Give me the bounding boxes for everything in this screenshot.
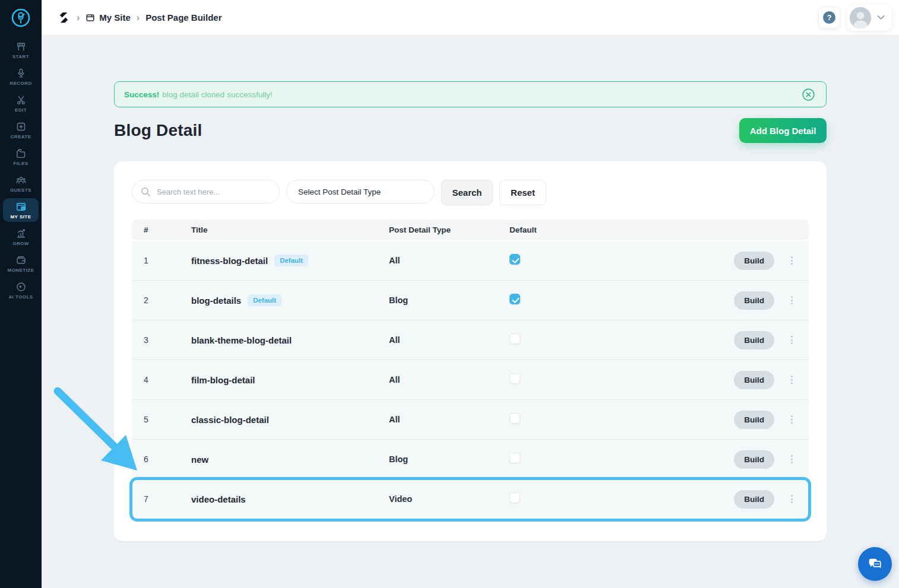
search-box: [132, 180, 280, 204]
default-checkbox[interactable]: [509, 254, 520, 265]
row-post-detail-type: Blog: [389, 454, 509, 464]
blog-detail-table: # Title Post Detail Type Default 1 fitne…: [132, 220, 809, 519]
build-button[interactable]: Build: [734, 411, 774, 429]
kebab-menu-icon[interactable]: [789, 255, 794, 266]
page-title: Blog Detail: [114, 121, 202, 140]
default-badge: Default: [274, 255, 308, 266]
kebab-menu-icon[interactable]: [789, 493, 794, 505]
user-avatar: [850, 7, 871, 28]
build-button[interactable]: Build: [734, 252, 774, 270]
sidebar-item-my-site[interactable]: MY SITE: [3, 198, 39, 222]
kebab-menu-icon[interactable]: [789, 414, 794, 425]
row-title-text: new: [191, 454, 208, 465]
default-checkbox[interactable]: [509, 492, 520, 503]
add-blog-detail-button[interactable]: Add Blog Detail: [739, 118, 827, 143]
search-button[interactable]: Search: [441, 180, 493, 205]
main-content: Success! blog detail cloned successfully…: [42, 36, 899, 588]
sidebar-item-label: MY SITE: [10, 214, 31, 220]
alert-message: blog detail cloned successfully!: [162, 90, 272, 99]
help-button[interactable]: ?: [818, 7, 840, 28]
default-checkbox[interactable]: [509, 453, 520, 463]
help-question-icon: ?: [823, 11, 835, 24]
success-alert: Success! blog detail cloned successfully…: [114, 81, 827, 107]
ai-sparkle-icon: [15, 281, 27, 293]
row-post-detail-type: All: [389, 375, 509, 384]
sidebar-item-create[interactable]: CREATE: [3, 118, 39, 142]
build-button[interactable]: Build: [734, 490, 774, 508]
row-number: 5: [144, 415, 191, 424]
chevron-down-icon: [877, 15, 885, 20]
table-row[interactable]: 3 blank-theme-blog-detail All Build: [132, 320, 809, 360]
row-number: 6: [144, 454, 191, 464]
alert-close-button[interactable]: [800, 87, 816, 103]
table-header: # Title Post Detail Type Default: [132, 220, 809, 240]
row-number: 2: [144, 295, 191, 305]
start-gate-icon: [15, 41, 27, 52]
create-plus-icon: [15, 121, 27, 132]
sidebar-item-label: CREATE: [11, 134, 31, 139]
chat-fab-button[interactable]: [858, 547, 892, 581]
sidebar-item-grow[interactable]: GROW: [3, 225, 39, 249]
sidebar-item-files[interactable]: FILES: [3, 145, 39, 169]
filters-bar: Select Post Detail Type Search Reset: [132, 180, 809, 205]
sidebar-item-edit[interactable]: EDIT: [3, 91, 39, 115]
chevron-right-icon: ›: [137, 12, 140, 23]
default-checkbox[interactable]: [509, 333, 520, 344]
folder-files-icon: [15, 148, 27, 159]
row-post-detail-type: Video: [389, 494, 509, 504]
table-row[interactable]: 1 fitness-blog-detail Default All Build: [132, 241, 809, 281]
wallet-icon: [15, 255, 27, 266]
default-badge: Default: [248, 294, 281, 306]
row-post-detail-type: Blog: [389, 295, 509, 305]
kebab-menu-icon[interactable]: [789, 453, 794, 465]
default-checkbox[interactable]: [509, 373, 520, 384]
build-button[interactable]: Build: [734, 450, 774, 469]
table-row[interactable]: 6 new Blog Build: [132, 440, 809, 479]
sidebar-item-label: GROW: [12, 241, 29, 246]
row-title-text: film-blog-detail: [191, 375, 255, 385]
alert-title: Success!: [124, 90, 159, 99]
sidebar-item-start[interactable]: START: [3, 38, 39, 62]
browser-window-icon: [15, 201, 27, 212]
sidebar-item-label: FILES: [14, 161, 29, 166]
header-title: Title: [191, 225, 389, 234]
header-default: Default: [509, 225, 794, 234]
sidebar-item-label: EDIT: [15, 107, 27, 113]
sidebar: STARTRECORDEDITCREATEFILESGUESTSMY SITEG…: [0, 0, 42, 588]
sidebar-item-monetize[interactable]: MONETIZE: [3, 252, 39, 275]
table-row[interactable]: 4 film-blog-detail All Build: [132, 360, 809, 400]
row-post-detail-type: All: [389, 415, 509, 424]
sidebar-item-guests[interactable]: GUESTS: [3, 171, 39, 195]
sidebar-item-ai-tools[interactable]: AI TOOLS: [3, 278, 39, 302]
row-title-text: blog-details: [191, 295, 241, 306]
default-checkbox[interactable]: [509, 294, 520, 304]
kebab-menu-icon[interactable]: [789, 374, 794, 386]
row-title-text: classic-blog-detail: [191, 415, 269, 425]
build-button[interactable]: Build: [734, 331, 774, 349]
reset-button[interactable]: Reset: [499, 180, 546, 205]
table-row[interactable]: 5 classic-blog-detail All Build: [132, 400, 809, 440]
guests-people-icon: [15, 174, 27, 186]
breadcrumb-page: Post Page Builder: [145, 12, 221, 23]
table-row[interactable]: 7 video-details Video Build: [132, 479, 809, 519]
table-row[interactable]: 2 blog-details Default Blog Build: [132, 281, 809, 320]
sidebar-item-record[interactable]: RECORD: [3, 65, 39, 88]
app-mic-logo-icon[interactable]: [8, 5, 34, 31]
post-detail-type-select[interactable]: Select Post Detail Type: [286, 180, 435, 204]
kebab-menu-icon[interactable]: [789, 334, 794, 346]
breadcrumb-my-site[interactable]: My Site: [99, 12, 131, 23]
user-menu[interactable]: [847, 4, 892, 31]
default-checkbox[interactable]: [509, 413, 520, 424]
brand-logo-icon[interactable]: [57, 11, 71, 24]
sidebar-nav: STARTRECORDEDITCREATEFILESGUESTSMY SITEG…: [3, 38, 39, 302]
sidebar-item-label: RECORD: [10, 81, 31, 86]
magnifier-icon: [140, 186, 151, 197]
build-button[interactable]: Build: [734, 291, 774, 310]
chat-bubbles-icon: [866, 555, 884, 573]
build-button[interactable]: Build: [734, 371, 774, 389]
sidebar-item-label: START: [12, 54, 29, 59]
header-post-detail-type: Post Detail Type: [389, 225, 509, 234]
kebab-menu-icon[interactable]: [789, 294, 794, 306]
row-number: 1: [144, 256, 191, 265]
search-input[interactable]: [156, 187, 271, 197]
